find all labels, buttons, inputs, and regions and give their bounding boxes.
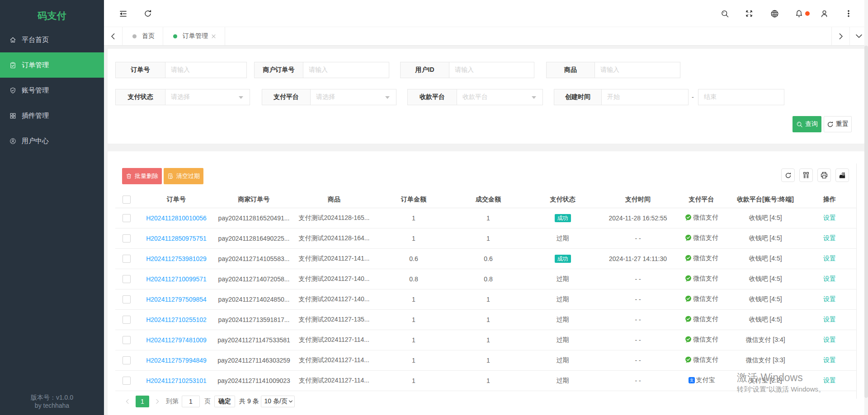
sidebar-item-平台首页[interactable]: 平台首页 xyxy=(0,27,104,52)
next-page-button[interactable] xyxy=(154,398,161,405)
row-settings-link[interactable]: 设置 xyxy=(823,377,836,384)
row-settings-link[interactable]: 设置 xyxy=(823,356,836,364)
order-number-link[interactable]: H2024112753981029 xyxy=(146,255,207,262)
order-number-link[interactable]: H2024112810010056 xyxy=(146,214,207,222)
wechat-icon xyxy=(684,234,693,242)
fullscreen-button[interactable] xyxy=(740,0,758,27)
field-select[interactable]: 请选择 xyxy=(165,89,250,105)
more-options-button[interactable] xyxy=(840,0,858,27)
column-header-收款平台[账号:终端]: 收款平台[账号:终端] xyxy=(728,191,803,208)
row-settings-link[interactable]: 设置 xyxy=(823,275,836,282)
tabs-scroll-left-button[interactable] xyxy=(104,27,123,45)
prev-page-button[interactable] xyxy=(124,398,131,405)
user-center-icon xyxy=(9,138,16,144)
row-checkbox[interactable] xyxy=(123,214,131,222)
tabs-scroll-right-button[interactable] xyxy=(831,27,849,45)
goto-confirm-button[interactable]: 确定 xyxy=(214,396,235,407)
order-number-link[interactable]: H2024112710099571 xyxy=(146,275,207,283)
sidebar-item-订单管理[interactable]: 订单管理 xyxy=(0,52,104,78)
column-header-订单号: 订单号 xyxy=(138,191,215,208)
clear-expired-button[interactable]: 清空过期 xyxy=(164,168,203,184)
page-scrollbar[interactable] xyxy=(864,0,868,415)
search-icon xyxy=(721,9,729,18)
row-settings-link[interactable]: 设置 xyxy=(823,336,836,343)
pay-platform: 微信支付 xyxy=(684,254,718,262)
row-settings-link[interactable]: 设置 xyxy=(823,234,836,242)
notifications-button[interactable] xyxy=(790,0,808,27)
sidebar-item-账号管理[interactable]: 账号管理 xyxy=(0,78,104,103)
row-checkbox[interactable] xyxy=(123,255,131,263)
refresh-page-button[interactable] xyxy=(139,0,157,27)
order-amount: 0.6 xyxy=(409,255,418,262)
wechat-icon xyxy=(684,356,693,364)
batch-delete-button[interactable]: 批量删除 xyxy=(122,168,162,184)
row-settings-link[interactable]: 设置 xyxy=(823,295,836,303)
row-checkbox[interactable] xyxy=(123,377,131,385)
orders-table: 订单号商家订单号商品订单金额成交金额支付状态支付时间支付平台收款平台[账号:终端… xyxy=(115,191,856,391)
field-input[interactable]: 请输入 xyxy=(449,62,534,78)
row-checkbox[interactable] xyxy=(123,234,131,242)
order-number-link[interactable]: H2024112797481009 xyxy=(146,336,207,344)
globe-icon xyxy=(770,9,779,18)
goto-page-input[interactable] xyxy=(182,396,200,407)
field-input[interactable]: 请输入 xyxy=(595,62,680,78)
search-submit-button[interactable]: 查询 xyxy=(793,116,821,132)
scrollbar-thumb[interactable] xyxy=(864,46,868,398)
row-checkbox[interactable] xyxy=(123,356,131,364)
tab-首页[interactable]: 首页 xyxy=(123,27,163,45)
sidebar-item-用户中心[interactable]: 用户中心 xyxy=(0,128,104,154)
paid-amount: 1 xyxy=(486,235,490,242)
order-number-link[interactable]: H2024112757994849 xyxy=(146,357,207,364)
receive-platform: 支付宝 [2:2] xyxy=(749,377,782,384)
field-select[interactable]: 请选择 xyxy=(311,89,396,105)
order-amount: 1 xyxy=(412,357,415,364)
page-number-current[interactable]: 1 xyxy=(136,396,149,407)
filter-card: 订单号请输入商户订单号请输入用户ID请输入商品请输入支付状态请选择支付平台请选择… xyxy=(108,49,864,144)
row-checkbox[interactable] xyxy=(123,336,131,344)
row-checkbox[interactable] xyxy=(123,275,131,283)
order-number-link[interactable]: H2024112797509854 xyxy=(146,296,207,303)
table-columns-button[interactable] xyxy=(799,168,813,182)
date-start-input[interactable]: 开始 xyxy=(602,89,689,105)
order-number-link[interactable]: H2024112710255102 xyxy=(146,316,207,323)
select-all-checkbox[interactable] xyxy=(123,196,131,204)
order-number-link[interactable]: H2024112710253101 xyxy=(146,377,207,384)
paid-amount: 1 xyxy=(486,377,490,384)
column-header-操作: 操作 xyxy=(803,191,856,208)
field-input[interactable]: 请输入 xyxy=(303,62,389,78)
table-refresh-button[interactable] xyxy=(781,168,795,182)
row-checkbox[interactable] xyxy=(123,316,131,324)
row-checkbox[interactable] xyxy=(123,295,131,303)
product-name: 支付测试20241127-135... xyxy=(299,316,370,323)
pay-platform: 微信支付 xyxy=(684,356,718,364)
version-number: 版本号：v1.0.0 xyxy=(0,393,104,401)
receive-platform: 微信支付 [3:3] xyxy=(745,356,785,364)
sidebar-item-插件管理[interactable]: 插件管理 xyxy=(0,103,104,128)
paid-amount: 1 xyxy=(486,316,490,323)
search-button[interactable] xyxy=(716,0,734,27)
row-settings-link[interactable]: 设置 xyxy=(823,316,836,323)
row-checkbox-cell xyxy=(115,371,138,391)
more-vertical-icon xyxy=(844,9,853,18)
row-settings-link[interactable]: 设置 xyxy=(823,255,836,262)
status-badge: 过期 xyxy=(557,295,569,303)
table-header-row: 订单号商家订单号商品订单金额成交金额支付状态支付时间支付平台收款平台[账号:终端… xyxy=(115,191,856,208)
table-export-button[interactable] xyxy=(835,168,849,182)
collapse-menu-icon xyxy=(119,9,127,18)
language-button[interactable] xyxy=(765,0,783,27)
row-settings-link[interactable]: 设置 xyxy=(823,214,836,221)
tab-订单管理[interactable]: 订单管理 xyxy=(163,27,225,45)
date-end-input[interactable]: 结束 xyxy=(698,89,784,105)
collapse-menu-button[interactable] xyxy=(114,0,132,27)
order-number-link[interactable]: H2024112850975751 xyxy=(146,235,207,242)
tab-close-icon[interactable] xyxy=(211,33,217,39)
wechat-icon xyxy=(684,295,693,303)
page-size-select[interactable]: 10 条/页 xyxy=(261,396,295,407)
total-count-label: 共 9 条 xyxy=(239,397,259,406)
field-input[interactable]: 请输入 xyxy=(165,62,247,78)
version-author: by techhaha xyxy=(0,401,104,410)
table-print-button[interactable] xyxy=(817,168,831,182)
reset-button[interactable]: 重置 xyxy=(824,116,852,132)
field-select[interactable]: 收款平台 xyxy=(457,89,543,105)
user-menu-button[interactable] xyxy=(815,0,833,27)
